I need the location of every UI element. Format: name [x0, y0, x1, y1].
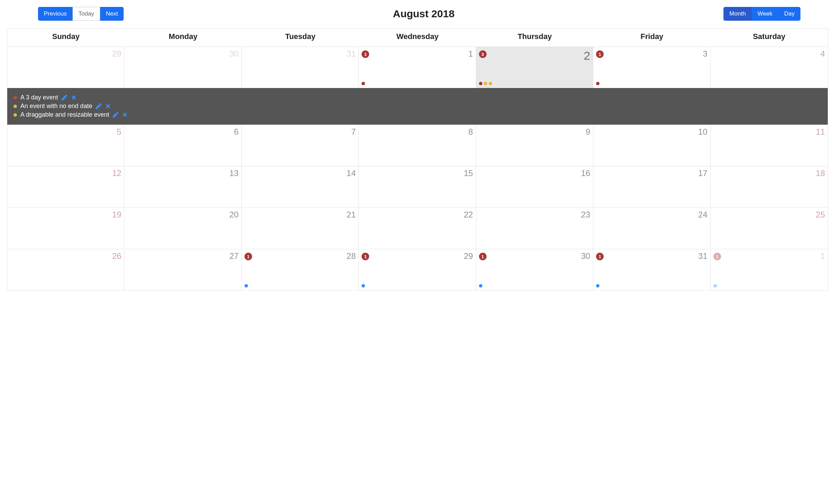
day-number: 23 [581, 210, 590, 220]
day-cell[interactable]: 10 [593, 125, 710, 166]
day-number: 27 [229, 251, 239, 261]
pencil-icon[interactable] [96, 103, 102, 109]
event-dot [362, 284, 365, 288]
event-color-bullet [13, 113, 17, 117]
pencil-icon[interactable] [113, 112, 118, 118]
day-number: 30 [581, 251, 590, 261]
event-dots [479, 282, 590, 288]
day-cell[interactable]: 11 [359, 47, 476, 88]
day-cell[interactable]: 29 [7, 47, 124, 88]
event-dots [596, 80, 707, 85]
day-cell[interactable]: 11 [711, 249, 828, 290]
day-cell[interactable]: 20 [124, 208, 241, 249]
event-dots [362, 282, 473, 288]
weekday-header: Thursday [476, 29, 593, 47]
event-row: A draggable and resizable event [13, 110, 822, 119]
day-cell[interactable]: 23 [476, 208, 593, 249]
day-cell[interactable]: 32 [476, 47, 593, 88]
day-cell[interactable]: 17 [593, 166, 710, 207]
event-title: A 3 day event [20, 94, 58, 101]
weekday-header: Wednesday [359, 29, 476, 47]
day-number: 30 [229, 49, 239, 59]
day-number: 31 [347, 49, 356, 59]
close-icon[interactable] [122, 112, 128, 118]
event-color-bullet [13, 96, 17, 99]
day-number: 13 [229, 168, 239, 178]
day-cell[interactable]: 21 [242, 208, 359, 249]
pencil-icon[interactable] [61, 95, 67, 100]
nav-button-group: Previous Today Next [38, 7, 124, 21]
event-count-badge[interactable]: 1 [362, 50, 369, 58]
day-cell[interactable]: 30 [124, 47, 241, 88]
day-cell[interactable]: 27 [124, 249, 241, 290]
day-cell[interactable]: 15 [359, 166, 476, 207]
day-view-button[interactable]: Day [778, 7, 800, 21]
day-cell[interactable]: 7 [242, 125, 359, 166]
day-number: 24 [698, 210, 708, 220]
event-dot [479, 82, 482, 85]
day-number: 7 [351, 127, 356, 137]
day-number: 26 [112, 251, 122, 261]
event-row: A 3 day event [13, 93, 822, 102]
day-cell[interactable]: 5 [7, 125, 124, 166]
day-number: 15 [464, 168, 473, 178]
day-cell[interactable]: 19 [7, 208, 124, 249]
day-cell[interactable]: 31 [242, 47, 359, 88]
day-cell[interactable]: 9 [476, 125, 593, 166]
event-dot [484, 82, 487, 85]
day-number: 12 [112, 168, 122, 178]
weekday-header: Tuesday [242, 29, 359, 47]
event-count-badge[interactable]: 1 [244, 253, 252, 260]
previous-button[interactable]: Previous [38, 7, 73, 21]
day-cell[interactable]: 25 [711, 208, 828, 249]
day-number: 20 [229, 210, 239, 220]
day-cell[interactable]: 14 [242, 166, 359, 207]
day-cell[interactable]: 24 [593, 208, 710, 249]
day-number: 21 [347, 210, 356, 220]
day-number: 28 [347, 251, 356, 261]
day-number: 16 [581, 168, 590, 178]
day-cell[interactable]: 128 [242, 249, 359, 290]
day-cell[interactable]: 18 [711, 166, 828, 207]
weekday-header: Saturday [711, 29, 828, 47]
day-cell[interactable]: 129 [359, 249, 476, 290]
close-icon[interactable] [105, 103, 111, 109]
day-cell[interactable]: 26 [7, 249, 124, 290]
day-cell[interactable]: 130 [476, 249, 593, 290]
week-row: 12131415161718 [7, 166, 828, 207]
day-cell[interactable]: 4 [711, 47, 828, 88]
day-number: 17 [698, 168, 708, 178]
day-cell[interactable]: 13 [593, 47, 710, 88]
day-cell[interactable]: 6 [124, 125, 241, 166]
close-icon[interactable] [71, 95, 77, 100]
month-view-button[interactable]: Month [723, 7, 751, 21]
day-cell[interactable]: 12 [7, 166, 124, 207]
event-row: An event with no end date [13, 102, 822, 110]
event-dots [362, 80, 473, 85]
day-cell[interactable]: 13 [124, 166, 241, 207]
day-number: 19 [112, 210, 122, 220]
event-count-badge[interactable]: 1 [596, 253, 604, 260]
day-number: 31 [698, 251, 708, 261]
day-number: 14 [347, 168, 356, 178]
event-count-badge[interactable]: 1 [713, 253, 721, 260]
event-dot [596, 82, 599, 85]
day-number: 29 [112, 49, 122, 59]
event-color-bullet [13, 105, 17, 108]
event-count-badge[interactable]: 1 [479, 253, 487, 260]
event-count-badge[interactable]: 3 [479, 50, 487, 58]
day-cell[interactable]: 22 [359, 208, 476, 249]
week-view-button[interactable]: Week [752, 7, 778, 21]
day-cell[interactable]: 131 [593, 249, 710, 290]
event-count-badge[interactable]: 1 [596, 50, 604, 58]
today-button[interactable]: Today [73, 7, 100, 21]
event-count-badge[interactable]: 1 [362, 253, 369, 260]
view-button-group: Month Week Day [723, 7, 800, 21]
day-cell[interactable]: 8 [359, 125, 476, 166]
day-cell[interactable]: 11 [711, 125, 828, 166]
day-number: 6 [234, 127, 238, 137]
next-button[interactable]: Next [100, 7, 124, 21]
event-dots [713, 282, 825, 288]
day-cell[interactable]: 16 [476, 166, 593, 207]
week-row: 567891011 [7, 125, 828, 166]
